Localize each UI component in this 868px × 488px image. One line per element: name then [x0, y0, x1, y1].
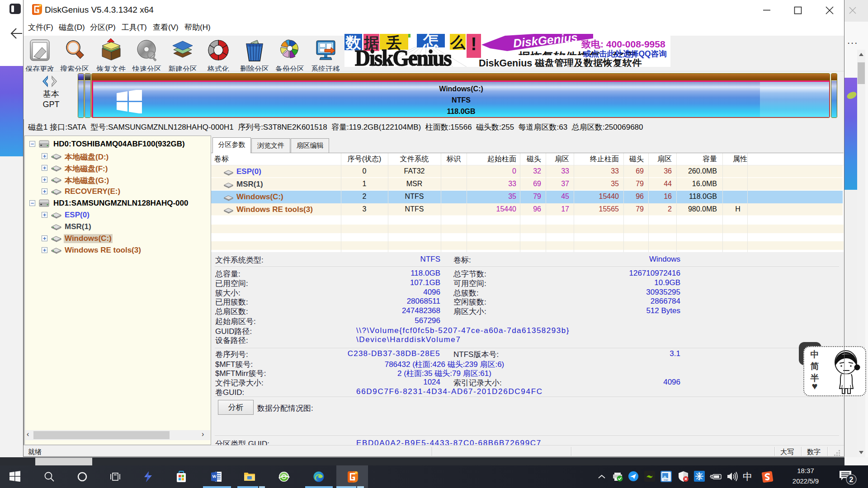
- svg-text:Intel: Intel: [664, 479, 668, 481]
- svg-text:2: 2: [849, 476, 854, 483]
